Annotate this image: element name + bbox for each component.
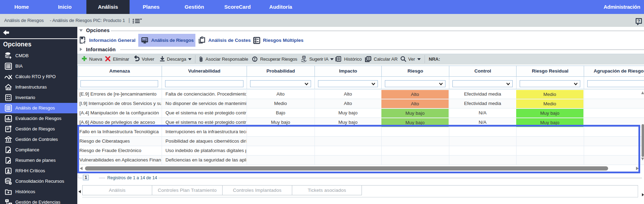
svg-text:AI: AI <box>303 56 305 58</box>
svg-text:?: ? <box>637 19 640 24</box>
